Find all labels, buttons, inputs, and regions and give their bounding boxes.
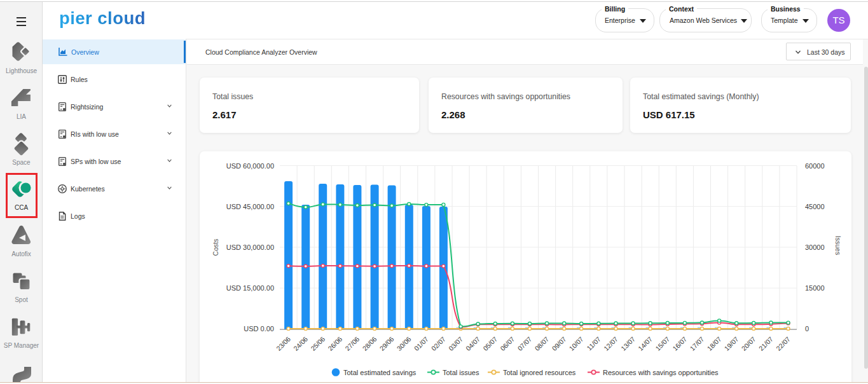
svg-text:02/07: 02/07: [430, 335, 447, 352]
svg-text:07/07: 07/07: [516, 335, 533, 352]
svg-text:Total ignored resources: Total ignored resources: [503, 369, 576, 376]
svg-text:Issues: Issues: [834, 236, 842, 255]
svg-text:Total issues: Total issues: [443, 369, 479, 376]
svg-text:16/07: 16/07: [671, 335, 688, 352]
svg-text:29/06: 29/06: [378, 335, 395, 352]
svg-text:45000: 45000: [805, 203, 825, 210]
svg-text:01/07: 01/07: [413, 335, 430, 352]
svg-text:28/06: 28/06: [361, 335, 378, 352]
svg-text:15000: 15000: [805, 284, 825, 292]
svg-text:0: 0: [805, 325, 809, 333]
svg-text:Resources with savings opportu: Resources with savings opportunities: [603, 369, 719, 376]
svg-text:USD 60,000.00: USD 60,000.00: [226, 162, 274, 170]
svg-text:14/07: 14/07: [637, 335, 654, 352]
svg-text:22/07: 22/07: [775, 335, 792, 352]
svg-text:26/06: 26/06: [326, 335, 343, 352]
svg-text:USD 15,000.00: USD 15,000.00: [226, 284, 274, 292]
svg-text:24/06: 24/06: [292, 335, 309, 352]
svg-text:30/06: 30/06: [396, 335, 413, 352]
svg-text:18/07: 18/07: [705, 335, 722, 352]
svg-text:30000: 30000: [805, 243, 825, 251]
svg-text:23/06: 23/06: [275, 335, 292, 352]
svg-text:USD 45,000.00: USD 45,000.00: [226, 203, 274, 210]
svg-text:12/07: 12/07: [602, 335, 619, 352]
svg-text:13/07: 13/07: [619, 335, 637, 352]
svg-text:19/07: 19/07: [723, 335, 740, 352]
svg-text:20/07: 20/07: [740, 335, 757, 352]
svg-text:Costs: Costs: [212, 239, 219, 256]
svg-text:17/07: 17/07: [688, 335, 705, 352]
svg-text:USD 0.00: USD 0.00: [244, 325, 274, 333]
svg-text:USD 30,000.00: USD 30,000.00: [226, 243, 274, 251]
svg-text:06/07: 06/07: [499, 335, 516, 352]
svg-text:05/07: 05/07: [481, 335, 499, 352]
svg-text:60000: 60000: [805, 162, 825, 170]
svg-text:03/07: 03/07: [447, 335, 464, 352]
svg-text:08/07: 08/07: [533, 335, 550, 352]
svg-text:10/07: 10/07: [568, 335, 585, 352]
svg-text:25/06: 25/06: [309, 335, 326, 352]
svg-text:Total estimated savings: Total estimated savings: [343, 369, 417, 376]
svg-text:27/06: 27/06: [343, 335, 361, 352]
svg-text:15/07: 15/07: [654, 335, 671, 352]
svg-text:09/07: 09/07: [551, 335, 568, 352]
svg-text:21/07: 21/07: [757, 335, 775, 352]
svg-text:04/07: 04/07: [464, 335, 481, 352]
svg-text:11/07: 11/07: [585, 335, 602, 352]
